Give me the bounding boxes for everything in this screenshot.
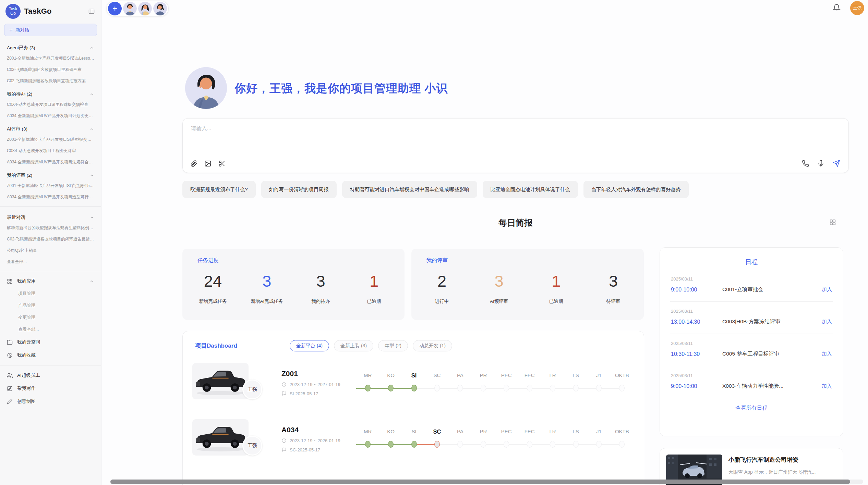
sidebar-task-item[interactable]: A034-全新新能源MUV产品开发项目法规符合性评审 bbox=[0, 157, 101, 168]
divider bbox=[0, 365, 101, 365]
schedule-time: 9:00-10:00 bbox=[671, 383, 722, 389]
sidebar-item-ai-staff[interactable]: AI超级员工 bbox=[0, 369, 101, 382]
section-agent-done[interactable]: Agent已办 (3) bbox=[0, 40, 101, 53]
tab-new-platform[interactable]: 全新平台 (4) bbox=[290, 340, 329, 351]
attachment-icon[interactable] bbox=[190, 160, 197, 167]
milestone-node-done bbox=[388, 385, 394, 391]
stat: 3 AI预评审 bbox=[484, 272, 515, 304]
layout-grid-icon[interactable] bbox=[829, 219, 836, 226]
daily-brief-header: 每日简报 bbox=[182, 217, 849, 228]
phone-icon[interactable] bbox=[802, 160, 809, 167]
card-title: 我的评审 bbox=[426, 257, 629, 264]
recent-chats-view-all[interactable]: 查看全部... bbox=[0, 256, 101, 268]
milestone-node-future bbox=[504, 385, 509, 391]
daily-stat-cards: 任务进度 24 新增完成任务 3 新增AI完成任务 3 我的待办 bbox=[182, 249, 644, 320]
sidebar-task-item[interactable]: C02-飞腾新能源轻客改款项目里程碑画布 bbox=[0, 64, 101, 75]
suggestion-chip[interactable]: 欧洲新规最近颁布了什么? bbox=[182, 181, 256, 198]
schedule-item: 2025/03/11 9:00-10:00 C001-立项审批会 加入 bbox=[670, 270, 833, 302]
stat: 3 待评审 bbox=[598, 272, 629, 304]
milestone-node-done bbox=[411, 441, 417, 448]
microphone-icon[interactable] bbox=[817, 160, 824, 167]
suggestion-chip[interactable]: 比亚迪全固态电池计划具体说了什么 bbox=[483, 181, 578, 198]
send-icon[interactable] bbox=[833, 160, 840, 167]
sidebar-task-item[interactable]: C02-飞腾新能源轻客改款项目立项汇报方案 bbox=[0, 75, 101, 87]
horizontal-scrollbar-thumb[interactable] bbox=[110, 480, 850, 484]
join-link[interactable]: 加入 bbox=[822, 351, 832, 357]
join-link[interactable]: 加入 bbox=[822, 383, 832, 389]
project-info: A034 2023-12-19 ~ 2026-01-19 SC-2025-05-… bbox=[270, 426, 356, 452]
stat: 1 已逾期 bbox=[541, 272, 571, 304]
suggestion-chip[interactable]: 当下年轻人对汽车外观有怎样的喜好趋势 bbox=[583, 181, 689, 198]
sidebar-task-item[interactable]: C0X4-动力总成开发项目工程变更评审 bbox=[0, 145, 101, 157]
schedule-event-title: C005-整车工程目标评审 bbox=[722, 350, 822, 358]
schedule-item: 2025/03/11 13:00-14:30 C003|H0B-方案冻结评审 加… bbox=[670, 302, 833, 334]
sidebar-task-item[interactable]: A034-全新新能源MUV产品开发项目造型可行性评审 bbox=[0, 191, 101, 203]
people-icon bbox=[7, 373, 13, 378]
project-info: Z001 2023-12-19 ~ 2027-01-19 SI-2025-05-… bbox=[270, 370, 356, 396]
section-my-todo[interactable]: 我的待办 (2) bbox=[0, 87, 101, 99]
sidebar-item-cloud-space[interactable]: 我的云空间 bbox=[0, 336, 101, 349]
tab-new-body[interactable]: 全新上装 (3) bbox=[334, 340, 373, 351]
user-avatar[interactable]: 王强 bbox=[850, 1, 864, 15]
composer bbox=[182, 118, 849, 173]
task-progress-card: 任务进度 24 新增完成任务 3 新增AI完成任务 3 我的待办 bbox=[182, 249, 405, 320]
new-chat-button[interactable]: + 新对话 bbox=[4, 24, 97, 36]
project-flag: SI-2025-05-17 bbox=[281, 391, 356, 396]
recent-chat-item[interactable]: 解释最新出台的欧盟报废车法规再生塑料比例被调至15%... bbox=[0, 222, 101, 234]
milestone-node-future bbox=[573, 441, 579, 448]
suggestion-chip[interactable]: 如何写一份清晰的项目周报 bbox=[261, 181, 337, 198]
sidebar-task-item[interactable]: A034-全新新能源MUV产品开发项目计划变更表编写 bbox=[0, 110, 101, 122]
apps-view-all[interactable]: 查看全部... bbox=[0, 324, 101, 336]
sidebar-task-item[interactable]: C0X4-动力总成开发项目SI里程碑提交物检查 bbox=[0, 99, 101, 110]
sidebar-collapse-icon[interactable] bbox=[87, 7, 96, 15]
app-link-product-mgmt[interactable]: 产品管理 bbox=[0, 300, 101, 312]
app-link-change-mgmt[interactable]: 变更管理 bbox=[0, 312, 101, 324]
recent-chat-item[interactable]: C02-飞腾新能源轻客改款项目的闭环通告反馈情况 bbox=[0, 234, 101, 245]
composer-left-tools bbox=[190, 160, 226, 167]
schedule-view-all[interactable]: 查看所有日程 bbox=[670, 398, 833, 418]
sidebar-item-favorites[interactable]: 我的收藏 bbox=[0, 349, 101, 362]
section-my-review[interactable]: 我的评审 (2) bbox=[0, 168, 101, 180]
car-image bbox=[192, 419, 249, 456]
sidebar-task-item[interactable]: Z001-全新燃油轻卡产品开发项目SI节点属性5D文件评审 bbox=[0, 180, 101, 191]
schedule-item: 2025/03/11 10:30-11:30 C005-整车工程目标评审 加入 bbox=[670, 334, 833, 366]
project-row[interactable]: 王强 A034 2023-12-19 ~ 2026-01-19 SC-2025-… bbox=[183, 411, 644, 467]
divider bbox=[0, 206, 101, 207]
sidebar-item-help-write[interactable]: 帮我写作 bbox=[0, 382, 101, 395]
schedule-time: 10:30-11:30 bbox=[671, 351, 722, 357]
image-icon[interactable] bbox=[204, 160, 212, 167]
avatar[interactable] bbox=[153, 2, 167, 15]
my-review-card: 我的评审 2 进行中 3 AI预评审 1 已逾期 3 bbox=[411, 249, 644, 320]
write-box-icon bbox=[7, 386, 13, 391]
main-area: + 王强 你好，王强，我是你的项目管理助理 小识 bbox=[101, 0, 868, 485]
chevron-up-icon bbox=[89, 215, 94, 220]
avatar[interactable] bbox=[138, 2, 152, 15]
tab-year-model[interactable]: 年型 (2) bbox=[378, 340, 408, 351]
add-session-button[interactable]: + bbox=[108, 2, 122, 15]
chat-input[interactable] bbox=[191, 125, 739, 132]
join-link[interactable]: 加入 bbox=[822, 286, 832, 293]
stat: 3 我的待办 bbox=[305, 272, 336, 304]
sidebar-task-item[interactable]: Z001-全新燃油皮卡产品开发项目SI节点Lesson Learn报告 bbox=[0, 53, 101, 64]
app-link-project-mgmt[interactable]: 项目管理 bbox=[0, 288, 101, 300]
sidebar-item-my-apps[interactable]: 我的应用 bbox=[0, 275, 101, 288]
suggestion-chip[interactable]: 特朗普可能对进口汽车增税会对中国车企造成哪些影响 bbox=[342, 181, 477, 198]
topbar-session-pill: + bbox=[106, 1, 169, 16]
star-circle-icon bbox=[7, 352, 13, 358]
plus-icon: + bbox=[9, 27, 13, 33]
assistant-avatar bbox=[185, 67, 227, 109]
tab-powertrain[interactable]: 动总开发 (1) bbox=[413, 340, 452, 351]
sidebar-task-item[interactable]: Z001-全新燃油轻卡产品开发项目SI造型提交物评审 bbox=[0, 134, 101, 145]
project-row[interactable]: 王强 Z001 2023-12-19 ~ 2027-01-19 SI-2025-… bbox=[183, 355, 644, 411]
recent-chat-item[interactable]: 公司Q3轻卡销量 bbox=[0, 245, 101, 256]
section-ai-review[interactable]: AI评审 (3) bbox=[0, 122, 101, 134]
milestone-timeline: MR KO SI SC PA PR PEC FEC LR LS J1 OKTB bbox=[356, 428, 634, 448]
project-code: Z001 bbox=[281, 370, 356, 378]
sidebar-item-creative-draw[interactable]: 创意制图 bbox=[0, 395, 101, 408]
scissors-icon[interactable] bbox=[218, 160, 226, 167]
project-image-wrap: 王强 bbox=[192, 419, 270, 459]
section-recent-chats[interactable]: 最近对话 bbox=[0, 210, 101, 222]
avatar[interactable] bbox=[123, 2, 137, 15]
join-link[interactable]: 加入 bbox=[822, 319, 832, 325]
car-image bbox=[192, 363, 249, 399]
